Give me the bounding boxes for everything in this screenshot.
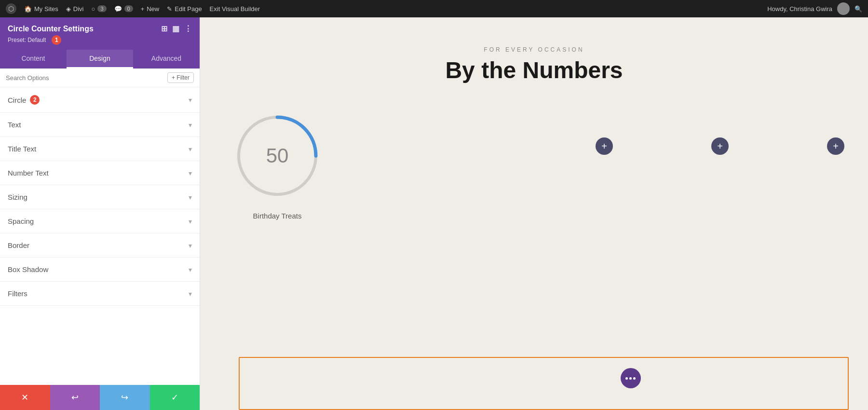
bottom-bar: ✕ ↩ ↪ ✓ (0, 385, 200, 410)
accordion-circle-header[interactable]: Circle 2 ▾ (0, 87, 200, 112)
new-menu[interactable]: + New (141, 5, 160, 13)
canvas: FOR EVERY OCCASION By the Numbers 50 Bir… (200, 17, 868, 410)
sidebar: Circle Counter Settings ⊞ ▦ ⋮ Preset: De… (0, 17, 200, 410)
accordion-box-shadow-header[interactable]: Box Shadow ▾ (0, 258, 200, 281)
undo-button[interactable]: ↩ (50, 385, 100, 410)
accordion-text-header[interactable]: Text ▾ (0, 113, 200, 137)
accordion-spacing: Spacing ▾ (0, 209, 200, 233)
bubble-icon: 💬 (114, 5, 122, 13)
box-shadow-label-text: Box Shadow (8, 265, 48, 273)
sizing-label-text: Sizing (8, 193, 27, 201)
exit-builder-label: Exit Visual Builder (210, 5, 260, 13)
accordion-text-label: Text (8, 121, 21, 129)
chevron-down-icon: ▾ (189, 121, 192, 129)
add-button-2[interactable]: + (711, 137, 729, 155)
howdy-text: Howdy, Christina Gwira (767, 5, 832, 13)
save-button[interactable]: ✓ (150, 385, 200, 410)
columns-icon[interactable]: ▦ (172, 24, 179, 33)
preset-label: Preset: Default (8, 37, 46, 43)
accordion-title-text-header[interactable]: Title Text ▾ (0, 137, 200, 161)
spacing-label-text: Spacing (8, 217, 34, 225)
accordion-sizing-header[interactable]: Sizing ▾ (0, 185, 200, 209)
exit-builder-menu[interactable]: Exit Visual Builder (210, 5, 260, 13)
comments-menu[interactable]: ○ 3 (92, 5, 107, 13)
more-icon[interactable]: ⋮ (184, 24, 192, 33)
tab-content-label: Content (21, 55, 45, 62)
accordion-spacing-label: Spacing (8, 217, 34, 225)
canvas-eyebrow: FOR EVERY OCCASION (210, 46, 858, 53)
comments-count: 3 (97, 5, 106, 12)
search-row: + Filter (0, 68, 200, 87)
chevron-down-icon: ▾ (189, 218, 192, 225)
accordion-box-shadow-label: Box Shadow (8, 265, 48, 273)
accordion-spacing-header[interactable]: Spacing ▾ (0, 209, 200, 233)
circle-label: Birthday Treats (253, 212, 302, 220)
my-sites-menu[interactable]: 🏠 My Sites (24, 5, 58, 13)
accordion-filters: Filters ▾ (0, 282, 200, 306)
accordion-box-shadow: Box Shadow ▾ (0, 258, 200, 282)
accordion-border-header[interactable]: Border ▾ (0, 233, 200, 257)
filter-button[interactable]: + Filter (167, 72, 194, 83)
bubble-count: 0 (124, 5, 133, 12)
divi-menu[interactable]: ◈ Divi (66, 5, 84, 13)
wp-logo[interactable]: ⬡ (6, 3, 16, 14)
dot-3 (633, 377, 636, 380)
sidebar-title-icons: ⊞ ▦ ⋮ (161, 24, 192, 33)
search-input[interactable] (6, 74, 163, 82)
circle-number: 50 (266, 144, 289, 167)
chevron-down-icon: ▾ (189, 96, 192, 104)
divi-icon: ◈ (66, 5, 71, 13)
circle-svg-container: 50 (229, 108, 326, 204)
accordion-circle-label: Circle 2 (8, 95, 40, 105)
notification-badge: 1 (52, 35, 61, 45)
accordion-title-text-label: Title Text (8, 145, 36, 153)
edit-page-menu[interactable]: ✎ Edit Page (167, 5, 202, 13)
admin-bar: ⬡ 🏠 My Sites ◈ Divi ○ 3 💬 0 + New ✎ Edit… (0, 0, 868, 17)
text-label-text: Text (8, 121, 21, 129)
accordion-list: Circle 2 ▾ Text ▾ Title Text (0, 87, 200, 306)
tab-design[interactable]: Design (67, 50, 133, 68)
canvas-title: By the Numbers (210, 57, 858, 83)
filter-label: + Filter (172, 74, 190, 81)
chevron-down-icon: ▾ (189, 145, 192, 153)
bubbles-menu[interactable]: 💬 0 (114, 5, 133, 13)
tab-design-label: Design (89, 55, 110, 62)
undo-icon: ↩ (71, 392, 79, 403)
accordion-border: Border ▾ (0, 233, 200, 258)
tab-advanced[interactable]: Advanced (133, 50, 200, 68)
accordion-filters-header[interactable]: Filters ▾ (0, 282, 200, 305)
accordion-number-text-label: Number Text (8, 169, 49, 177)
avatar[interactable] (837, 2, 850, 15)
dot-1 (625, 377, 628, 380)
dots-row (625, 377, 636, 380)
sidebar-title-row: Circle Counter Settings ⊞ ▦ ⋮ (8, 24, 192, 33)
home-icon: 🏠 (24, 5, 32, 13)
edit-icon: ✎ (167, 5, 172, 13)
chevron-down-icon: ▾ (189, 193, 192, 201)
circle-section: 50 Birthday Treats + + + (200, 98, 868, 230)
chevron-down-icon: ▾ (189, 242, 192, 249)
redo-button[interactable]: ↪ (100, 385, 150, 410)
copy-icon[interactable]: ⊞ (161, 24, 167, 33)
add-button-3[interactable]: + (827, 137, 844, 155)
orange-section (239, 357, 849, 410)
add-button-1[interactable]: + (596, 137, 613, 155)
accordion-number-text-header[interactable]: Number Text ▾ (0, 161, 200, 185)
chevron-down-icon: ▾ (189, 290, 192, 298)
new-label: New (147, 5, 159, 13)
cancel-button[interactable]: ✕ (0, 385, 50, 410)
chevron-down-icon: ▾ (189, 266, 192, 273)
purple-dots-button[interactable] (621, 368, 641, 388)
circle-badge: 2 (30, 95, 40, 105)
number-text-label-text: Number Text (8, 169, 49, 177)
edit-page-label: Edit Page (175, 5, 202, 13)
main-layout: Circle Counter Settings ⊞ ▦ ⋮ Preset: De… (0, 17, 868, 410)
preset-row: Preset: Default 1 (8, 35, 192, 45)
cancel-icon: ✕ (21, 392, 28, 403)
comments-icon: ○ (92, 5, 95, 13)
accordion-title-text: Title Text ▾ (0, 137, 200, 161)
accordion-sizing: Sizing ▾ (0, 185, 200, 209)
tab-content[interactable]: Content (0, 50, 67, 68)
divi-label: Divi (73, 5, 84, 13)
search-icon[interactable]: 🔍 (854, 5, 862, 13)
